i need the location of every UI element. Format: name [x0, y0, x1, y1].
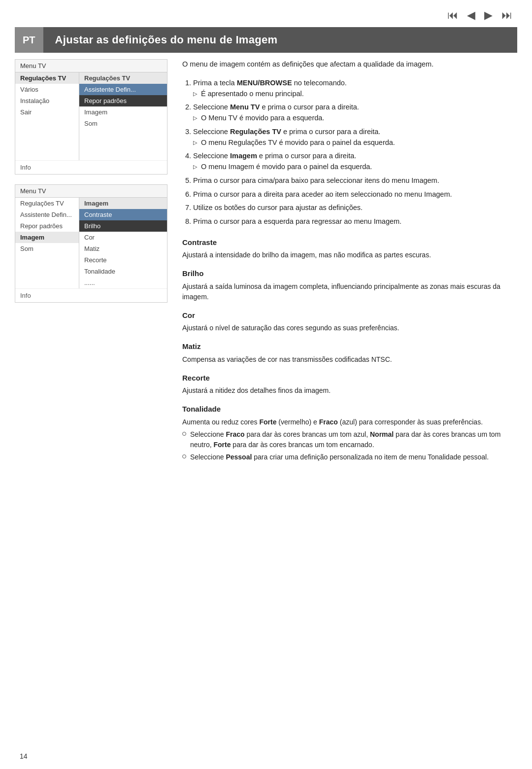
menu1-left-item-6: . — [15, 139, 79, 149]
menu2-left-item-6: . — [15, 265, 79, 275]
menu1-header: Menu TV — [15, 60, 167, 72]
menu2-header: Menu TV — [15, 185, 167, 198]
menu1-right-item-6: . — [79, 150, 167, 160]
menu-box-2: Menu TV Regulações TV Assistente Defin..… — [15, 184, 167, 303]
step-4: Seleccione Imagem e prima o cursor para … — [193, 151, 517, 173]
content-area: Menu TV Regulações TV Vários Instalação … — [15, 59, 517, 744]
menu1-left-item-3[interactable]: Sair — [15, 106, 79, 118]
menu1-right-item-2[interactable]: Imagem — [79, 106, 167, 118]
prev-icon[interactable]: ◀ — [467, 9, 475, 22]
footer-page-number: 14 — [20, 752, 28, 760]
menu2-left-item-3[interactable]: Imagem — [15, 232, 79, 243]
step-7: Utilize os botões do cursor para ajustar… — [193, 203, 517, 213]
menu1-right: Regulações TV Assistente Defin... Repor … — [79, 72, 167, 160]
step-3-sub: O menu Regulações TV é movido para o pai… — [193, 138, 517, 148]
menu2-right-item-3[interactable]: Matiz — [79, 243, 167, 254]
menu2-info: Info — [15, 288, 167, 302]
menu1-right-item-4: . — [79, 129, 167, 140]
step-1: Prima a tecla MENU/BROWSE no telecomando… — [193, 78, 517, 100]
menu1-info: Info — [15, 160, 167, 174]
step-6: Prima o cursor para a direita para acede… — [193, 189, 517, 200]
menu2-left-item-2[interactable]: Repor padrões — [15, 220, 79, 232]
tonalidade-bullet-1: Seleccione Fraco para dar às cores branc… — [182, 429, 517, 450]
section-matiz-heading: Matiz — [182, 341, 517, 352]
menu1-right-header: Regulações TV — [79, 72, 167, 84]
menu2-right: Imagem Contraste Brilho Cor Matiz Recort… — [79, 198, 167, 288]
step-5: Prima o cursor para cima/para baixo para… — [193, 175, 517, 186]
section-contraste-heading: Contraste — [182, 237, 517, 248]
step-8: Prima o cursor para a esquerda para regr… — [193, 216, 517, 227]
tonalidade-bullet-2-text: Seleccione Pessoal para criar uma defini… — [190, 452, 489, 462]
step-2-sub: O Menu TV é movido para a esquerda. — [193, 113, 517, 124]
menu1-left-item-2[interactable]: Instalação — [15, 95, 79, 106]
header-banner: PT Ajustar as definições do menu de Imag… — [15, 27, 517, 53]
section-recorte-text: Ajustará a nitidez dos detalhes finos da… — [182, 385, 517, 396]
skip-forward-icon[interactable]: ⏭ — [501, 9, 512, 22]
menu2-left-item-0[interactable]: Regulações TV — [15, 198, 79, 209]
menu2-right-header: Imagem — [79, 198, 167, 209]
menu1-left-item-1[interactable]: Vários — [15, 84, 79, 95]
step-4-sub: O menu Imagem é movido para o painel da … — [193, 162, 517, 173]
menu2-right-item-0[interactable]: Contraste — [79, 209, 167, 220]
menu2-left-item-4[interactable]: Som — [15, 243, 79, 254]
bullet-circle-2 — [182, 454, 186, 458]
section-cor-heading: Cor — [182, 310, 517, 321]
step-1-sub: É apresentado o menu principal. — [193, 89, 517, 100]
right-column: O menu de imagem contém as definições qu… — [182, 59, 517, 744]
tonalidade-bullet-1-text: Seleccione Fraco para dar às cores branc… — [190, 429, 517, 450]
menu1-left-item-5: . — [15, 128, 79, 139]
menu1-right-item-0[interactable]: Assistente Defin... — [79, 84, 167, 95]
section-tonalidade-heading: Tonalidade — [182, 404, 517, 415]
section-brilho-text: Ajustará a saída luminosa da imagem comp… — [182, 281, 517, 302]
menu1-left-item-4: . — [15, 118, 79, 128]
section-recorte-heading: Recorte — [182, 373, 517, 384]
menu1-right-item-1[interactable]: Repor padrões — [79, 95, 167, 106]
nav-icons: ⏮ ◀ ▶ ⏭ — [447, 9, 512, 22]
section-contraste-text: Ajustará a intensidade do brilho da imag… — [182, 250, 517, 260]
bullet-circle-1 — [182, 432, 186, 436]
menu2-right-item-6: ...... — [79, 277, 167, 288]
steps-list: Prima a tecla MENU/BROWSE no telecomando… — [182, 78, 517, 227]
menu2-left-item-1[interactable]: Assistente Defin... — [15, 209, 79, 220]
menu-box-1: Menu TV Regulações TV Vários Instalação … — [15, 59, 167, 175]
section-cor-text: Ajustará o nível de saturação das cores … — [182, 323, 517, 333]
menu1-left-item-0[interactable]: Regulações TV — [15, 72, 79, 84]
menu1-right-item-5: . — [79, 140, 167, 150]
step-3: Seleccione Regulações TV e prima o curso… — [193, 127, 517, 148]
menu2-right-item-4[interactable]: Recorte — [79, 254, 167, 266]
section-matiz-text: Compensa as variações de cor nas transmi… — [182, 354, 517, 365]
page-title: Ajustar as definições do menu de Imagem — [43, 34, 278, 46]
language-label: PT — [15, 27, 43, 53]
menu2-right-item-5[interactable]: Tonalidade — [79, 266, 167, 277]
menu2-left: Regulações TV Assistente Defin... Repor … — [15, 198, 79, 288]
step-2: Seleccione Menu TV e prima o cursor para… — [193, 102, 517, 124]
menu2-right-item-1[interactable]: Brilho — [79, 220, 167, 232]
section-tonalidade-text: Aumenta ou reduz cores Forte (vermelho) … — [182, 417, 517, 427]
section-brilho-heading: Brilho — [182, 268, 517, 280]
left-column: Menu TV Regulações TV Vários Instalação … — [15, 59, 167, 744]
menu1-right-item-3[interactable]: Som — [79, 118, 167, 129]
skip-back-icon[interactable]: ⏮ — [447, 9, 458, 22]
menu2-right-item-2[interactable]: Cor — [79, 232, 167, 243]
menu1-left: Regulações TV Vários Instalação Sair . .… — [15, 72, 79, 160]
tonalidade-bullet-2: Seleccione Pessoal para criar uma defini… — [182, 452, 517, 462]
intro-text: O menu de imagem contém as definições qu… — [182, 59, 517, 70]
menu2-left-item-5: . — [15, 254, 79, 265]
next-icon[interactable]: ▶ — [484, 9, 493, 22]
